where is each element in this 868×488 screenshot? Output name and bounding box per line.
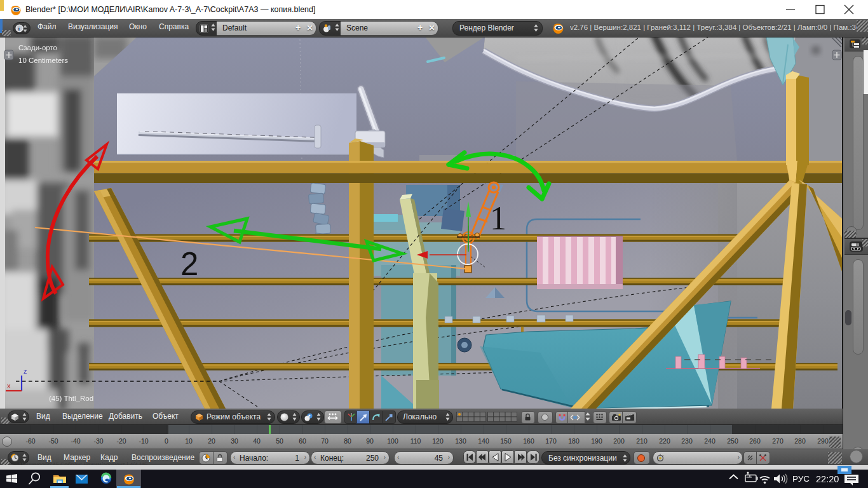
- svg-text:x: x: [7, 382, 11, 390]
- svg-text:10 Centimeters: 10 Centimeters: [18, 57, 68, 64]
- svg-text:РУС: РУС: [792, 474, 810, 484]
- svg-text:Сзади-орто: Сзади-орто: [18, 44, 57, 51]
- svg-text:2: 2: [180, 246, 198, 282]
- svg-text:z: z: [24, 367, 27, 375]
- svg-text:(45) Thtl_Rod: (45) Thtl_Rod: [49, 395, 93, 402]
- svg-text:1: 1: [490, 200, 506, 236]
- svg-text:22:20: 22:20: [816, 474, 839, 484]
